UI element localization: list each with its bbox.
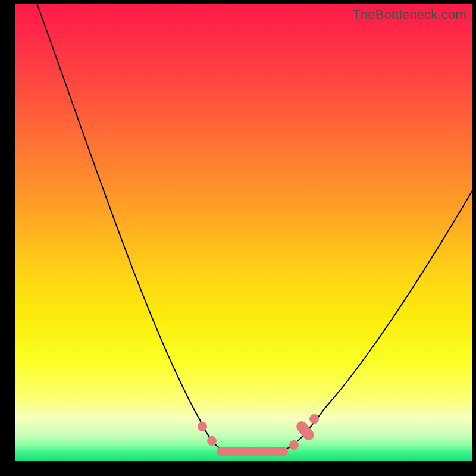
curve-right <box>277 190 472 452</box>
markers-group <box>198 414 319 456</box>
marker-dot <box>289 440 299 450</box>
curve-left <box>37 4 230 452</box>
marker-pill <box>217 447 288 456</box>
marker-dot <box>207 436 217 446</box>
marker-dot <box>309 414 319 424</box>
watermark-text: TheBottleneck.com <box>352 7 466 23</box>
marker-dot <box>198 422 207 431</box>
plot-area: TheBottleneck.com <box>15 4 472 461</box>
chart-svg <box>15 4 472 461</box>
chart-frame: TheBottleneck.com <box>0 0 476 476</box>
